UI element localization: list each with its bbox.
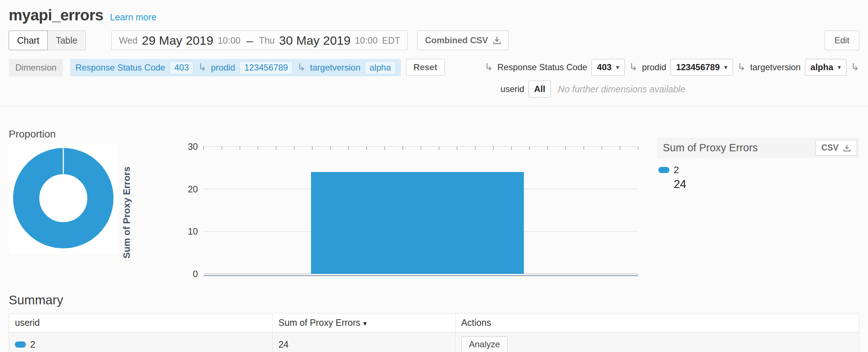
- drill-arrow-icon: ↳: [198, 63, 206, 73]
- legend-title: Sum of Proxy Errors: [663, 142, 758, 154]
- summary-table: userid Sum of Proxy Errors▾ Actions 2 24…: [9, 313, 859, 352]
- date-range-picker[interactable]: Wed 29 May 2019 10:00 – Thu 30 May 2019 …: [111, 31, 408, 50]
- sum-cell: 24: [272, 332, 455, 352]
- column-header-userid[interactable]: userid: [9, 313, 272, 332]
- dimension-picker-row-1: ↳ Response Status Code 403 ▾ ↳ prodid 12…: [485, 59, 859, 76]
- legend-item-value: 24: [674, 178, 859, 191]
- column-header-sum[interactable]: Sum of Proxy Errors▾: [272, 313, 455, 332]
- actions-cell: Analyze: [455, 332, 859, 352]
- column-header-actions: Actions: [455, 313, 859, 332]
- toolbar-spacer: [509, 31, 825, 50]
- drill-arrow-icon: ↳: [737, 62, 746, 72]
- tab-chart[interactable]: Chart: [9, 31, 48, 50]
- legend-item-label: 2: [674, 164, 679, 176]
- drill-arrow-icon: ↳: [851, 62, 859, 72]
- date-range-separator: –: [246, 33, 253, 48]
- combined-csv-label: Combined CSV: [425, 35, 488, 45]
- end-date: 30 May 2019: [279, 33, 351, 48]
- filter-chip-response-status-code-label[interactable]: Response Status Code: [75, 63, 165, 73]
- start-time: 10:00: [218, 35, 240, 46]
- sort-desc-icon: ▾: [363, 320, 367, 327]
- drill-arrow-icon: ↳: [485, 62, 493, 72]
- summary-title: Summary: [9, 293, 859, 307]
- legend-panel: Sum of Proxy Errors CSV 2 24: [657, 138, 859, 191]
- drilldown-breadcrumb: Response Status Code 403 ↳ prodid 123456…: [70, 59, 401, 76]
- no-more-dimensions-message: No further dimensions available: [558, 84, 685, 95]
- caret-down-icon: ▾: [724, 63, 728, 71]
- dropdown-targetversion[interactable]: alpha ▾: [805, 59, 847, 76]
- legend-swatch: [658, 167, 669, 173]
- drill-arrow-icon: ↳: [297, 63, 306, 73]
- dimension-picker-row-2: userid All No further dimensions availab…: [485, 81, 859, 97]
- userid-value: 2: [30, 339, 35, 350]
- proportion-title: Proportion: [9, 128, 118, 140]
- drill-arrow-icon: ↳: [629, 62, 637, 72]
- userid-cell: 2: [9, 332, 272, 352]
- start-day-of-week: Wed: [119, 35, 138, 46]
- title-bar: myapi_errors Learn more: [9, 7, 859, 24]
- page-title: myapi_errors: [9, 7, 103, 24]
- analyze-button[interactable]: Analyze: [461, 336, 507, 352]
- learn-more-link[interactable]: Learn more: [110, 12, 156, 23]
- filter-chip-response-status-code-value[interactable]: 403: [170, 61, 194, 74]
- edit-button[interactable]: Edit: [825, 31, 859, 50]
- tab-table[interactable]: Table: [48, 31, 86, 50]
- bar-chart[interactable]: 0102030: [181, 141, 640, 284]
- summary-header-row: userid Sum of Proxy Errors▾ Actions: [9, 313, 859, 332]
- dimension-picker: ↳ Response Status Code 403 ▾ ↳ prodid 12…: [477, 59, 859, 97]
- download-icon: [493, 36, 501, 45]
- column-header-sum-label: Sum of Proxy Errors: [278, 317, 360, 328]
- filter-chip-targetversion-label[interactable]: targetversion: [310, 63, 361, 73]
- picker-label-targetversion: targetversion: [750, 62, 801, 72]
- section-divider: [0, 106, 868, 107]
- svg-text:10: 10: [188, 226, 198, 236]
- svg-text:20: 20: [188, 184, 198, 194]
- dimension-bar: Dimension Response Status Code 403 ↳ pro…: [9, 59, 859, 97]
- download-icon: [843, 144, 851, 152]
- proportion-donut-chart[interactable]: [12, 147, 114, 249]
- end-time: 10:00: [355, 35, 378, 46]
- analytics-report-page: myapi_errors Learn more Chart Table Wed …: [0, 0, 868, 352]
- picker-label-prodid: prodid: [642, 62, 666, 72]
- dropdown-value: 403: [597, 62, 612, 72]
- proportion-chart-card: [9, 144, 118, 254]
- y-axis-label: Sum of Proxy Errors: [119, 141, 134, 284]
- svg-text:0: 0: [193, 269, 198, 279]
- dropdown-value: alpha: [811, 62, 833, 72]
- proportion-column: Proportion: [9, 128, 118, 254]
- row-swatch: [15, 341, 26, 348]
- legend-header: Sum of Proxy Errors CSV: [657, 138, 859, 158]
- start-date: 29 May 2019: [142, 33, 214, 48]
- filter-chip-prodid-value[interactable]: 123456789: [239, 61, 292, 74]
- reset-button[interactable]: Reset: [406, 59, 445, 76]
- dropdown-response-status-code[interactable]: 403 ▾: [592, 59, 625, 76]
- caret-down-icon: ▾: [837, 63, 841, 71]
- charts-section: Proportion Sum of Proxy Errors 0102030 S…: [9, 128, 859, 284]
- dropdown-userid[interactable]: All: [529, 81, 551, 97]
- view-toggle: Chart Table: [9, 31, 86, 50]
- filter-chip-targetversion-value[interactable]: alpha: [365, 61, 396, 74]
- toolbar: Chart Table Wed 29 May 2019 10:00 – Thu …: [9, 31, 859, 50]
- legend-item[interactable]: 2: [658, 164, 859, 176]
- csv-button[interactable]: CSV: [815, 140, 857, 156]
- dropdown-prodid[interactable]: 123456789 ▾: [670, 59, 733, 76]
- svg-text:30: 30: [188, 141, 198, 152]
- filter-chip-prodid-label[interactable]: prodid: [211, 63, 235, 73]
- dropdown-value: All: [534, 84, 545, 94]
- dimension-label: Dimension: [9, 59, 63, 76]
- picker-label-userid: userid: [501, 84, 524, 94]
- dropdown-value: 123456789: [676, 62, 720, 72]
- csv-label: CSV: [821, 143, 839, 153]
- combined-csv-button[interactable]: Combined CSV: [417, 31, 509, 50]
- timezone-label: EDT: [382, 35, 400, 46]
- end-day-of-week: Thu: [259, 35, 275, 46]
- caret-down-icon: ▾: [616, 63, 619, 71]
- table-row: 2 24 Analyze: [9, 332, 859, 352]
- picker-label-response-status-code: Response Status Code: [497, 62, 587, 72]
